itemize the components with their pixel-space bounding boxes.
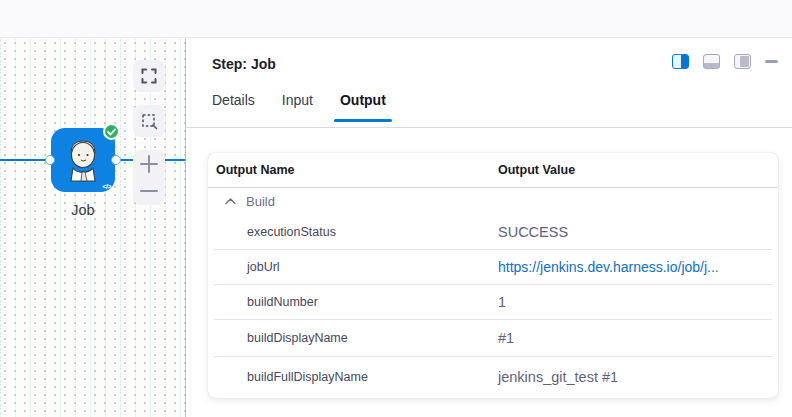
output-value: jenkins_git_test #1 xyxy=(498,369,778,385)
split-right-view-icon[interactable] xyxy=(672,54,689,69)
table-row: buildFullDisplayNamejenkins_git_test #1 xyxy=(208,356,778,398)
output-table-card: Output Name Output Value Build execution… xyxy=(208,153,778,398)
fullscreen-icon xyxy=(141,68,157,84)
code-icon: </> xyxy=(102,183,111,190)
table-row: executionStatusSUCCESS xyxy=(208,214,778,249)
output-name: buildNumber xyxy=(247,295,498,309)
jenkins-icon xyxy=(63,137,103,183)
output-value: 1 xyxy=(498,294,778,310)
minimize-panel-icon[interactable] xyxy=(765,60,778,63)
tabs-divider xyxy=(187,127,792,128)
group-label: Build xyxy=(246,194,275,209)
tab-details[interactable]: Details xyxy=(212,92,255,121)
output-name: executionStatus xyxy=(247,225,498,239)
plus-icon xyxy=(139,154,159,174)
output-value: SUCCESS xyxy=(498,224,778,240)
table-row: jobUrlhttps://jenkins.dev.harness.io/job… xyxy=(208,249,778,284)
zoom-controls xyxy=(133,150,165,205)
output-group-row[interactable]: Build xyxy=(208,188,778,214)
step-detail-panel: Step: Job DetailsInputOutput Output Name… xyxy=(187,39,792,417)
output-rows: executionStatusSUCCESSjobUrlhttps://jenk… xyxy=(208,214,778,398)
minus-icon xyxy=(139,181,159,201)
output-name: buildFullDisplayName xyxy=(247,370,498,384)
output-value-link[interactable]: https://jenkins.dev.harness.io/job/j... xyxy=(498,259,778,275)
node-port-left[interactable] xyxy=(45,155,55,165)
canvas-toolbar xyxy=(133,60,165,205)
marquee-select-button[interactable] xyxy=(133,105,165,137)
node-label: Job xyxy=(51,202,115,218)
chevron-up-icon xyxy=(225,198,236,205)
zoom-in-button[interactable] xyxy=(133,150,165,178)
node-port-right[interactable] xyxy=(111,155,121,165)
output-name: jobUrl xyxy=(247,260,498,274)
zoom-out-button[interactable] xyxy=(133,178,165,206)
top-navigation-bar xyxy=(0,0,792,38)
marquee-select-icon xyxy=(141,113,158,130)
tab-output[interactable]: Output xyxy=(340,92,386,121)
table-row: buildNumber1 xyxy=(208,284,778,319)
step-detail-tabs: DetailsInputOutput xyxy=(212,92,413,121)
output-value: #1 xyxy=(498,330,778,346)
split-bottom-view-icon[interactable] xyxy=(703,54,720,69)
column-header-output-value: Output Value xyxy=(498,163,575,177)
column-header-output-name: Output Name xyxy=(216,163,498,177)
table-row: buildDisplayName#1 xyxy=(208,319,778,356)
pipeline-canvas[interactable]: </> Job xyxy=(0,39,186,417)
job-step-node[interactable]: </> xyxy=(51,128,115,192)
table-header-row: Output Name Output Value xyxy=(208,153,778,188)
panel-view-controls xyxy=(672,54,778,69)
fullscreen-button[interactable] xyxy=(133,60,165,92)
tab-input[interactable]: Input xyxy=(282,92,313,121)
page-title: Step: Job xyxy=(212,56,276,72)
drawer-view-icon[interactable] xyxy=(734,54,751,69)
success-check-icon xyxy=(103,123,120,140)
output-name: buildDisplayName xyxy=(247,331,498,345)
